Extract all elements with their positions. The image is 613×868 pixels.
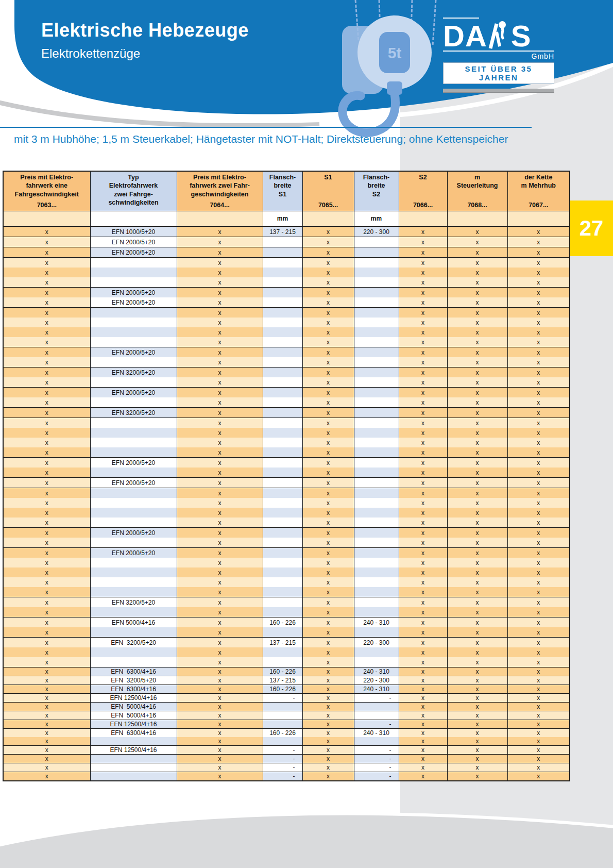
cell-s2-7066: x bbox=[399, 408, 447, 418]
cell-s2-7066: x bbox=[399, 729, 447, 738]
cell-preis-7063: x bbox=[3, 438, 90, 447]
cell-preis-7064: x bbox=[177, 498, 263, 508]
cell-s1-7065: x bbox=[302, 597, 354, 608]
unit-cell-steuerleitung-7068 bbox=[447, 211, 507, 227]
cell-preis-7064: x bbox=[177, 607, 263, 617]
cell-preis-7064: x bbox=[177, 288, 263, 298]
cell-flansch-s2 bbox=[354, 558, 399, 567]
cell-typ bbox=[90, 318, 177, 327]
cell-preis-7063: x bbox=[3, 607, 90, 617]
cell-preis-7063: x bbox=[3, 711, 90, 720]
cell-flansch-s1 bbox=[263, 703, 302, 711]
cell-steuerleitung-7068: x bbox=[447, 478, 507, 488]
cell-steuerleitung-7068: x bbox=[447, 558, 507, 567]
cell-kette-7067: x bbox=[507, 268, 570, 277]
table-row: xEFN 2000/5+20xxxxx bbox=[3, 288, 570, 298]
cell-preis-7063: x bbox=[3, 308, 90, 318]
cell-kette-7067: x bbox=[507, 277, 570, 288]
cell-kette-7067: x bbox=[507, 308, 570, 318]
cell-typ bbox=[90, 647, 177, 657]
cell-preis-7063: x bbox=[3, 226, 90, 237]
cell-preis-7063: x bbox=[3, 318, 90, 327]
cell-kette-7067: x bbox=[507, 577, 570, 587]
cell-preis-7064: x bbox=[177, 676, 263, 685]
cell-preis-7063: x bbox=[3, 763, 90, 772]
cell-steuerleitung-7068: x bbox=[447, 408, 507, 418]
cell-flansch-s2 bbox=[354, 657, 399, 667]
cell-typ: EFN 2000/5+20 bbox=[90, 247, 177, 258]
intro-text: mit 3 m Hubhöhe; 1,5 m Steuerkabel; Häng… bbox=[14, 133, 529, 145]
cell-preis-7063: x bbox=[3, 297, 90, 308]
cell-steuerleitung-7068: x bbox=[447, 638, 507, 648]
table-row: xxxxxx bbox=[3, 277, 570, 288]
cell-s1-7065: x bbox=[302, 337, 354, 347]
cell-preis-7064: x bbox=[177, 737, 263, 746]
cell-kette-7067: x bbox=[507, 729, 570, 738]
table-row: xEFN 2000/5+20xxxxx bbox=[3, 528, 570, 538]
cell-typ bbox=[90, 657, 177, 667]
cell-preis-7063: x bbox=[3, 746, 90, 755]
cell-steuerleitung-7068: x bbox=[447, 577, 507, 587]
cell-s1-7065: x bbox=[302, 408, 354, 418]
cell-flansch-s1 bbox=[263, 577, 302, 587]
cell-steuerleitung-7068: x bbox=[447, 548, 507, 558]
cell-s2-7066: x bbox=[399, 508, 447, 518]
cell-flansch-s1 bbox=[263, 288, 302, 298]
cell-s2-7066: x bbox=[399, 567, 447, 577]
cell-preis-7064: x bbox=[177, 268, 263, 277]
cell-s2-7066: x bbox=[399, 247, 447, 258]
cell-typ: EFN 2000/5+20 bbox=[90, 288, 177, 298]
cell-s1-7065: x bbox=[302, 627, 354, 638]
cell-flansch-s2 bbox=[354, 587, 399, 597]
cell-s1-7065: x bbox=[302, 667, 354, 676]
cell-s2-7066: x bbox=[399, 720, 447, 729]
cell-flansch-s1 bbox=[263, 587, 302, 597]
cell-preis-7064: x bbox=[177, 617, 263, 628]
cell-typ: EFN 12500/4+16 bbox=[90, 720, 177, 729]
table-row: xxxxxx bbox=[3, 647, 570, 657]
cell-steuerleitung-7068: x bbox=[447, 357, 507, 368]
cell-preis-7063: x bbox=[3, 587, 90, 597]
table-row: xEFN 3200/5+20xxxxx bbox=[3, 368, 570, 378]
cell-s1-7065: x bbox=[302, 577, 354, 587]
table-row: xxxxxx bbox=[3, 567, 570, 577]
cell-s2-7066: x bbox=[399, 638, 447, 648]
cell-s2-7066: x bbox=[399, 647, 447, 657]
cell-typ bbox=[90, 587, 177, 597]
cell-flansch-s2: 240 - 310 bbox=[354, 729, 399, 738]
cell-s1-7065: x bbox=[302, 538, 354, 548]
cell-steuerleitung-7068: x bbox=[447, 368, 507, 378]
cell-flansch-s1 bbox=[263, 397, 302, 408]
table-row: xEFN 2000/5+20xxxxx bbox=[3, 548, 570, 558]
cell-preis-7064: x bbox=[177, 694, 263, 703]
table-row: xxxxxx bbox=[3, 607, 570, 617]
cell-flansch-s1 bbox=[263, 597, 302, 608]
column-header-s2-7066: S27066... bbox=[399, 171, 447, 211]
cell-typ: EFN 5000/4+16 bbox=[90, 703, 177, 711]
table-row: xxxxxx bbox=[3, 258, 570, 268]
cell-steuerleitung-7068: x bbox=[447, 627, 507, 638]
cell-kette-7067: x bbox=[507, 478, 570, 488]
unit-cell-s1-7065 bbox=[302, 211, 354, 227]
cell-s1-7065: x bbox=[302, 258, 354, 268]
cell-s1-7065: x bbox=[302, 388, 354, 398]
cell-preis-7063: x bbox=[3, 277, 90, 288]
table-row: xxxxxx bbox=[3, 518, 570, 528]
cell-s2-7066: x bbox=[399, 755, 447, 763]
cell-s2-7066: x bbox=[399, 597, 447, 608]
cell-preis-7063: x bbox=[3, 647, 90, 657]
cell-flansch-s1 bbox=[263, 418, 302, 428]
cell-s2-7066: x bbox=[399, 308, 447, 318]
cell-flansch-s2 bbox=[354, 268, 399, 277]
cell-flansch-s1 bbox=[263, 368, 302, 378]
cell-s2-7066: x bbox=[399, 268, 447, 277]
cell-typ bbox=[90, 468, 177, 478]
cell-flansch-s1 bbox=[263, 247, 302, 258]
table-row: xxxxxx bbox=[3, 308, 570, 318]
cell-flansch-s1: - bbox=[263, 755, 302, 763]
table-row: xEFN 3200/5+20xxxxx bbox=[3, 408, 570, 418]
cell-typ: EFN 2000/5+20 bbox=[90, 528, 177, 538]
table-row: xEFN 2000/5+20xxxxx bbox=[3, 247, 570, 258]
cell-flansch-s2 bbox=[354, 488, 399, 498]
cell-s2-7066: x bbox=[399, 518, 447, 528]
